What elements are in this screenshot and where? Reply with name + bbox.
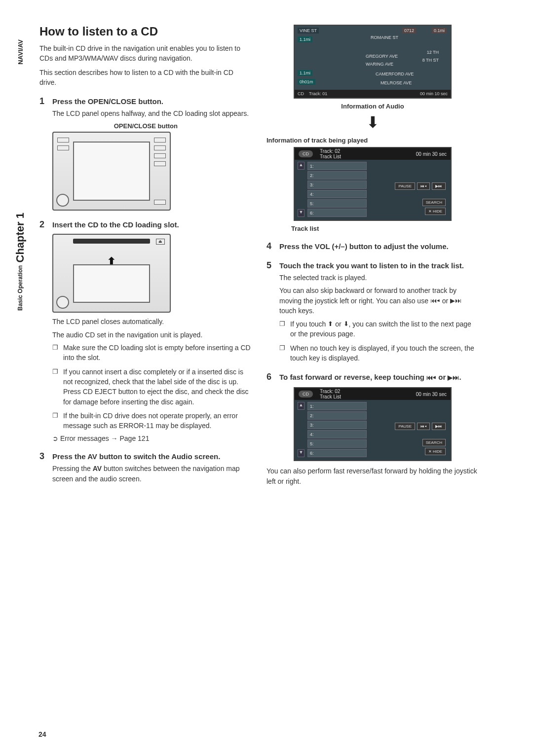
step-3-body: Pressing the AV button switches between … <box>52 464 252 484</box>
intro-p1: The built-in CD drive in the navigation … <box>39 43 252 64</box>
step-2-number: 2 <box>39 219 48 230</box>
step-6-title: To fast forward or reverse, keep touchin… <box>279 372 461 382</box>
step-5-bullets: If you touch ⬆ or ⬇, you can switch the … <box>279 319 479 363</box>
step-2-bullet-2: If you cannot insert a disc completely o… <box>52 367 252 407</box>
caption-info-track: Information of track being played <box>266 137 479 144</box>
xref-label: Error messages <box>60 434 109 442</box>
track-row[interactable]: 5: <box>307 439 367 448</box>
tl-cd-label: CD <box>299 150 313 157</box>
nav-cd-label: CD <box>298 91 304 96</box>
track-row[interactable]: 4: <box>307 190 367 198</box>
side-tabs: NAVI/AV Chapter 1 Basic Operation <box>14 39 27 311</box>
nav-clock: 0712 <box>402 28 416 34</box>
street-melrose: MELROSE AVE <box>379 80 414 86</box>
prev-track-icon: ⏮◀ <box>430 296 440 306</box>
right-column: VINE ST 1.1mi 0712 0.1mi ROMAINE ST GREG… <box>266 25 479 489</box>
tab-chapter: Chapter 1 <box>14 213 27 262</box>
page-title: How to listen to a CD <box>39 25 252 38</box>
page-up-icon: ⬆ <box>328 320 333 329</box>
street-camerford: CAMERFORD AVE <box>374 71 416 77</box>
track-row[interactable]: 6: <box>307 209 367 217</box>
step-5-body2: You can also skip backward or forward to… <box>279 286 479 316</box>
next-button[interactable]: ▶⏭ <box>432 423 446 430</box>
scroll-up-icon[interactable]: ▲ <box>298 402 305 410</box>
next-track-icon: ▶⏭ <box>448 373 459 382</box>
step-2: 2 Insert the CD to the CD loading slot. … <box>39 219 252 442</box>
street-8th: 8 TH ST <box>420 57 441 63</box>
search-button[interactable]: SEARCH <box>422 439 446 446</box>
prev-button[interactable]: ⏮◀ <box>417 423 430 430</box>
nav-track-time: 00 min 10 sec <box>420 91 448 96</box>
step-2-title: Insert the CD to the CD loading slot. <box>52 219 179 230</box>
tracklist-screenshot-1: CD Track: 02 Track List 00 min 30 sec ▲ … <box>294 147 452 221</box>
street-vine: VINE ST <box>298 28 319 34</box>
step-3-title: Press the AV button to switch the Audio … <box>52 451 220 462</box>
step-1: 1 Press the OPEN/CLOSE button. The LCD p… <box>39 96 252 211</box>
step-4-number: 4 <box>266 241 275 252</box>
track-row[interactable]: 5: <box>307 199 367 208</box>
step-6-footer: You can also perform fast reverse/fast f… <box>266 466 479 486</box>
pause-button[interactable]: PAUSE <box>395 182 415 190</box>
prev-button[interactable]: ⏮◀ <box>417 182 430 190</box>
scroll-down-icon[interactable]: ▼ <box>298 209 305 217</box>
search-button[interactable]: SEARCH <box>422 199 446 206</box>
step-3: 3 Press the AV button to switch the Audi… <box>39 451 252 484</box>
track-row[interactable]: 4: <box>307 430 367 438</box>
street-romaine: ROMAINE ST <box>369 35 400 40</box>
step-5: 5 Touch the track you want to listen to … <box>266 260 479 363</box>
track-row[interactable]: 1: <box>307 402 367 410</box>
step-2-bullet-1: Make sure the CD loading slot is empty b… <box>52 343 252 363</box>
step-6: 6 To fast forward or reverse, keep touch… <box>266 372 479 486</box>
tl-header-list: Track List <box>320 394 341 399</box>
tl-rows: 1: 2: 3: 4: 5: 6: <box>307 402 367 458</box>
nav-track-label: Track: 01 <box>309 91 327 96</box>
street-gregory: GREGORY AVE <box>364 53 400 59</box>
street-waring: WARING AVE <box>364 61 395 67</box>
nav-distance-2: 1.1mi <box>298 70 312 76</box>
track-row[interactable]: 2: <box>307 411 367 420</box>
intro-text: The built-in CD drive in the navigation … <box>39 43 252 87</box>
caption-tracklist: Track list <box>291 225 479 232</box>
nav-audio-bar: CD Track: 01 00 min 10 sec <box>295 90 451 98</box>
down-arrow-icon: ⬇ <box>266 113 479 132</box>
step-3-number: 3 <box>39 451 48 462</box>
device-front-figure <box>52 132 171 211</box>
track-row[interactable]: 2: <box>307 171 367 180</box>
tl-header-track: Track: 02 <box>320 389 341 394</box>
caption-info-audio: Information of Audio <box>266 103 479 110</box>
step-1-title: Press the OPEN/CLOSE button. <box>52 96 163 107</box>
tl-cd-label: CD <box>299 391 313 397</box>
track-row[interactable]: 6: <box>307 449 367 457</box>
track-row[interactable]: 3: <box>307 421 367 429</box>
xref-page: Page 121 <box>119 434 149 442</box>
step-1-body: The LCD panel opens halfway, and the CD … <box>52 108 252 118</box>
scroll-up-icon[interactable]: ▲ <box>298 162 305 170</box>
track-row[interactable]: 1: <box>307 162 367 170</box>
xref-arrow-icon: → <box>111 434 118 442</box>
nav-distance-1: 1.1mi <box>298 36 312 42</box>
scroll-down-icon[interactable]: ▼ <box>298 449 305 457</box>
track-row[interactable]: 3: <box>307 180 367 189</box>
tab-basic-operation: Basic Operation <box>17 265 24 311</box>
step-4-title: Press the VOL (+/–) button to adjust the… <box>279 241 449 252</box>
hide-button[interactable]: ✕ HIDE <box>425 208 446 215</box>
eject-icon: ⏏ <box>156 239 165 245</box>
nav-scale: 0.1mi <box>432 28 447 34</box>
pause-button[interactable]: PAUSE <box>395 423 415 430</box>
step-2-bullet-3: If the built-in CD drive does not operat… <box>52 411 252 431</box>
step-6-number: 6 <box>266 372 275 382</box>
prev-track-icon: ⏮◀ <box>426 373 436 382</box>
open-close-caption: OPEN/CLOSE button <box>69 122 178 130</box>
hide-button[interactable]: ✕ HIDE <box>425 448 446 455</box>
step-2-bullets: Make sure the CD loading slot is empty b… <box>52 343 252 431</box>
step-5-bullet-2: When no touch key is displayed, if you t… <box>279 343 479 363</box>
nav-eta: 0h01m <box>298 79 315 85</box>
step-5-number: 5 <box>266 260 275 271</box>
street-12th: 12 TH <box>425 49 441 55</box>
tracklist-screenshot-2: CD Track: 02 Track List 00 min 30 sec ▲ … <box>294 387 452 461</box>
step-1-number: 1 <box>39 96 48 107</box>
tl-header-time: 00 min 30 sec <box>416 392 447 397</box>
next-button[interactable]: ▶⏭ <box>432 182 446 190</box>
page-down-icon: ⬇ <box>343 320 349 329</box>
left-column: How to listen to a CD The built-in CD dr… <box>39 25 252 489</box>
